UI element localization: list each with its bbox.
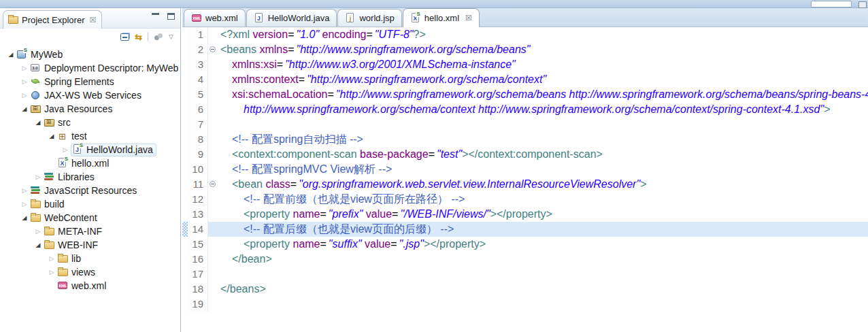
marker-bar[interactable]	[182, 237, 188, 252]
marker-bar[interactable]	[182, 87, 188, 102]
marker-bar[interactable]	[182, 177, 188, 192]
expand-arrow-icon[interactable]: ▷	[19, 75, 30, 88]
expand-arrow-icon[interactable]: ▷	[19, 61, 30, 75]
maximize-icon[interactable]	[167, 13, 175, 20]
tree-item-web-inf[interactable]: ◢WEB-INF	[0, 238, 180, 252]
expand-arrow-icon[interactable]: ▷	[60, 143, 71, 156]
line-marker-icon[interactable]	[182, 222, 188, 237]
expand-arrow-icon[interactable]: ▷	[46, 252, 57, 265]
line-number[interactable]: 2	[188, 42, 208, 57]
marker-bar[interactable]	[182, 282, 188, 297]
editor-tab-helloworld-java[interactable]: JHelloWorld.java	[246, 9, 337, 27]
tree-item-label: WEB-INF	[58, 239, 98, 250]
marker-bar[interactable]	[182, 102, 188, 117]
line-number[interactable]: 17	[188, 267, 208, 282]
expand-arrow-icon[interactable]: ▷	[19, 184, 30, 197]
tree-item-label: MyWeb	[31, 49, 63, 60]
line-number[interactable]: 19	[188, 297, 208, 312]
tree-item-src[interactable]: ◢src	[0, 116, 180, 129]
line-number[interactable]: 9	[188, 147, 208, 162]
editor-area: XMLweb.xmlJHelloWorld.javajworld.jspXShe…	[182, 8, 868, 332]
toolbar-corner-button[interactable]	[858, 1, 867, 8]
line-number[interactable]: 4	[188, 72, 208, 87]
tree-item-deployment-descriptor-myweb[interactable]: ▷3.0Deployment Descriptor: MyWeb	[0, 61, 180, 75]
fold-bar	[208, 252, 218, 267]
expand-arrow-icon[interactable]: ▷	[46, 265, 57, 279]
tree-item-helloworld-java[interactable]: ▷JSHelloWorld.java	[0, 143, 180, 156]
tree-item-label: lib	[71, 253, 81, 264]
line-number[interactable]: 7	[188, 117, 208, 132]
line-number[interactable]: 12	[188, 192, 208, 207]
tree-item-javascript-resources[interactable]: ▷JavaScript Resources	[0, 184, 180, 197]
line-number[interactable]: 11	[188, 177, 208, 192]
code-editor[interactable]: 1<?xml version="1.0" encoding="UTF-8"?>2…	[182, 27, 868, 332]
xml-file-icon: XML	[57, 280, 68, 291]
link-with-editor-icon[interactable]: ⇆	[135, 33, 142, 42]
editor-tab-hello-xml[interactable]: XShello.xml☒	[403, 8, 480, 27]
collapse-arrow-icon[interactable]: ◢	[33, 116, 44, 129]
tree-item-java-resources[interactable]: ◢Java Resources	[0, 102, 180, 116]
collapse-arrow-icon[interactable]: ◢	[46, 129, 57, 143]
marker-bar[interactable]	[182, 72, 188, 87]
tree-item-views[interactable]: ▷views	[0, 265, 180, 279]
marker-bar[interactable]	[182, 57, 188, 72]
tree-item-hello-xml[interactable]: XShello.xml	[0, 156, 180, 170]
line-number[interactable]: 8	[188, 132, 208, 147]
marker-bar[interactable]	[182, 267, 188, 282]
minimize-icon[interactable]	[152, 13, 159, 19]
marker-bar[interactable]	[182, 162, 188, 177]
line-number[interactable]: 13	[188, 207, 208, 222]
fold-collapse-icon[interactable]	[208, 42, 218, 57]
marker-bar[interactable]	[182, 297, 188, 312]
tab-project-explorer[interactable]: Project Explorer ☒	[3, 10, 102, 29]
tree-item-webcontent[interactable]: ◢WebContent	[0, 211, 180, 225]
collapse-arrow-icon[interactable]: ◢	[19, 102, 30, 116]
code-text: <!-- 配置前缀（也就是view页面所在路径） -->	[218, 192, 465, 207]
tree-item-meta-inf[interactable]: ▷META-INF	[0, 225, 180, 238]
tree-item-label: test	[71, 131, 87, 142]
collapse-arrow-icon[interactable]: ◢	[5, 48, 16, 61]
expand-arrow-icon[interactable]: ▷	[33, 225, 44, 238]
line-number[interactable]: 5	[188, 87, 208, 102]
marker-bar[interactable]	[182, 27, 188, 42]
tree-item-myweb[interactable]: ◢SMyWeb	[0, 48, 180, 61]
tree-item-web-xml[interactable]: XMLweb.xml	[0, 279, 180, 293]
collapse-arrow-icon[interactable]: ◢	[33, 238, 44, 252]
marker-bar[interactable]	[182, 147, 188, 162]
marker-bar[interactable]	[182, 207, 188, 222]
marker-bar[interactable]	[182, 252, 188, 267]
expand-arrow-icon[interactable]: ▷	[19, 88, 30, 102]
expand-arrow-icon[interactable]: ▷	[33, 170, 44, 184]
line-number[interactable]: 18	[188, 282, 208, 297]
tree-item-lib[interactable]: ▷lib	[0, 252, 180, 265]
tree-item-test[interactable]: ◢test	[0, 129, 180, 143]
collapse-arrow-icon[interactable]: ◢	[19, 211, 30, 225]
tree-item-jax-ws-web-services[interactable]: ▷JAX-WS Web Services	[0, 88, 180, 102]
tree-item-spring-elements[interactable]: ▷Spring Elements	[0, 75, 180, 88]
marker-bar[interactable]	[182, 192, 188, 207]
line-number[interactable]: 10	[188, 162, 208, 177]
collapse-all-icon[interactable]	[120, 33, 129, 41]
dropdown-icon[interactable]: ▽	[169, 33, 173, 40]
line-number[interactable]: 15	[188, 237, 208, 252]
view-menu-icon[interactable]	[154, 33, 163, 41]
editor-tab-web-xml[interactable]: XMLweb.xml	[184, 9, 246, 27]
fold-collapse-icon[interactable]	[208, 177, 218, 192]
close-icon[interactable]: ☒	[89, 16, 96, 24]
marker-bar[interactable]	[182, 117, 188, 132]
editor-tab-world-jsp[interactable]: jworld.jsp	[337, 9, 401, 27]
toolbar-search-input[interactable]	[811, 1, 852, 7]
line-number[interactable]: 6	[188, 102, 208, 117]
line-number[interactable]: 3	[188, 57, 208, 72]
code-line: 1<?xml version="1.0" encoding="UTF-8"?>	[182, 27, 868, 42]
marker-bar[interactable]	[182, 42, 188, 57]
line-number[interactable]: 14	[188, 222, 208, 237]
folder-icon	[57, 267, 68, 278]
expand-arrow-icon[interactable]: ▷	[19, 197, 30, 211]
tree-item-libraries[interactable]: ▷Libraries	[0, 170, 180, 184]
tree-item-build[interactable]: ▷build	[0, 197, 180, 211]
line-number[interactable]: 16	[188, 252, 208, 267]
line-number[interactable]: 1	[188, 27, 208, 42]
close-icon[interactable]: ☒	[465, 14, 472, 22]
marker-bar[interactable]	[182, 132, 188, 147]
